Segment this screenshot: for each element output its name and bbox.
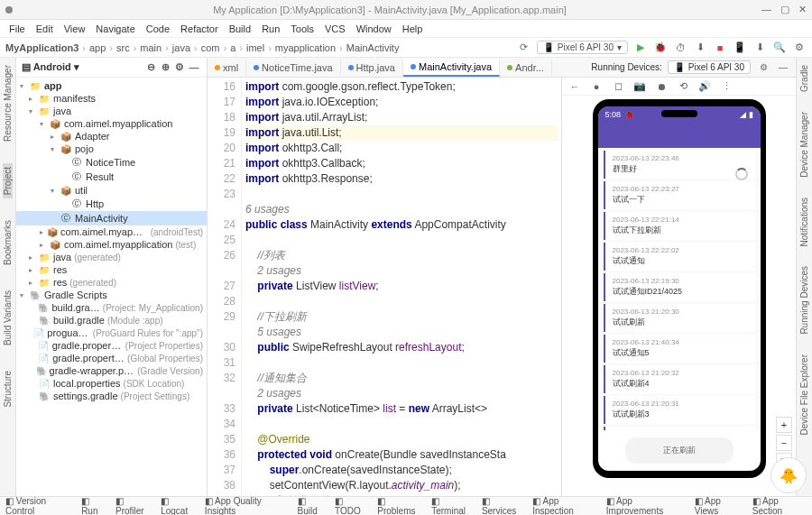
list-item[interactable]: 2023-06-13 22:23:27试试一下 <box>604 181 755 209</box>
breadcrumb-segment[interactable]: a <box>230 42 235 53</box>
breadcrumb-segment[interactable]: imel <box>246 42 264 53</box>
breadcrumb-segment[interactable]: app <box>89 42 106 53</box>
menu-vcs[interactable]: VCS <box>321 23 349 34</box>
tree-item[interactable]: 🐘gradle-wrapper.properties(Gradle Versio… <box>16 364 207 377</box>
device-selector[interactable]: 📱 Pixel 6 API 30 ▾ <box>537 41 628 54</box>
minimize-button[interactable]: — <box>761 4 771 15</box>
tree-item[interactable]: ▾📦com.aimel.myapplication <box>16 117 207 130</box>
tool-version-control[interactable]: ◧ Version Control <box>5 496 72 515</box>
tree-item[interactable]: ▸📦com.aimel.myapplication(test) <box>16 238 207 251</box>
code-content[interactable]: import com.google.gson.reflect.TypeToken… <box>242 78 561 496</box>
tree-item[interactable]: ▾📦pojo <box>16 143 207 155</box>
breadcrumb-segment[interactable]: myapplication <box>275 42 336 53</box>
menu-tools[interactable]: Tools <box>287 23 318 34</box>
sdk-icon[interactable]: ⬇ <box>752 41 767 55</box>
code-line[interactable]: import okhttp3.Call; <box>245 141 558 156</box>
code-line[interactable]: import okhttp3.Response; <box>245 171 558 187</box>
code-line[interactable]: protected void onCreate(Bundle savedInst… <box>245 447 558 463</box>
code-line[interactable]: 5 usages <box>245 325 558 340</box>
list-item[interactable]: 2023-06-13 21:20:28试试通知7 <box>604 427 755 430</box>
search-icon[interactable]: 🔍 <box>772 41 787 55</box>
tree-item[interactable]: ▸📦com.aimel.myapplication(androidTest) <box>16 225 207 238</box>
tree-item[interactable]: ⒸMainActivity <box>16 211 207 225</box>
tool-app-quality-insights[interactable]: ◧ App Quality Insights <box>205 496 289 515</box>
list-item[interactable]: 2023-06-13 21:20:30试试刷新 <box>604 304 755 332</box>
tool-terminal[interactable]: ◧ Terminal <box>431 496 473 515</box>
code-line[interactable]: 2 usages <box>245 263 558 279</box>
tree-item[interactable]: ▸📁java(generated) <box>16 251 207 263</box>
sync-icon[interactable]: ⟳ <box>517 41 531 55</box>
code-line[interactable]: import java.io.IOException; <box>245 95 558 110</box>
tree-item[interactable]: 📄gradle.properties(Project Properties) <box>16 339 207 352</box>
list-item[interactable]: 2023-06-13 21:20:31试试刷新3 <box>604 396 755 424</box>
back-icon[interactable]: ← <box>567 79 582 94</box>
panel-settings-icon[interactable]: ⚙ <box>172 60 187 75</box>
code-line[interactable]: 6 usages <box>245 202 558 217</box>
tool-device-file-explorer[interactable]: Device File Explorer <box>799 351 809 438</box>
tool-project[interactable]: Project <box>3 163 13 198</box>
menu-file[interactable]: File <box>5 23 29 34</box>
tool-app-inspection[interactable]: ◧ App Inspection <box>532 496 597 515</box>
list-item[interactable]: 2023-06-13 21:20:32试试刷新4 <box>604 365 755 393</box>
tool-profiler[interactable]: ◧ Profiler <box>115 496 152 515</box>
tool-logcat[interactable]: ◧ Logcat <box>161 496 196 515</box>
code-line[interactable]: 2 usages <box>245 386 558 401</box>
tool-app-improvements[interactable]: ◧ App Improvements <box>606 496 686 515</box>
breadcrumb-segment[interactable]: src <box>116 42 130 53</box>
code-line[interactable]: super.onCreate(savedInstanceState); <box>245 463 558 478</box>
code-line[interactable]: @Override <box>245 432 558 447</box>
breadcrumb-segment[interactable]: MyApplication3 <box>5 42 78 53</box>
editor-tab[interactable]: xml <box>208 60 246 76</box>
editor-tab[interactable]: MainActivity.java <box>403 59 500 77</box>
tree-item[interactable]: ⒸHttp <box>16 197 207 211</box>
menu-navigate[interactable]: Navigate <box>92 23 138 34</box>
breadcrumb-segment[interactable]: java <box>172 42 190 53</box>
tool-notifications[interactable]: Notifications <box>799 194 809 250</box>
assistant-mascot-icon[interactable]: 🐥 <box>770 457 807 493</box>
code-line[interactable] <box>245 355 558 371</box>
tree-item[interactable]: ⒸNoticeTime <box>16 155 207 170</box>
profile-icon[interactable]: ⏱ <box>673 41 687 55</box>
tree-item[interactable]: 🐘build.gradle(Module :app) <box>16 314 207 326</box>
tab-settings-icon[interactable]: ⚙ <box>756 60 770 75</box>
tree-item[interactable]: ▾📁java <box>16 105 207 117</box>
code-editor[interactable]: 1617181920212223242526272829303132333435… <box>208 78 561 496</box>
tree-item[interactable]: ▸📁manifests <box>16 92 207 105</box>
tool-app-views[interactable]: ◧ App Views <box>695 496 743 515</box>
tree-item[interactable]: 📄local.properties(SDK Location) <box>16 377 207 390</box>
debug-icon[interactable]: 🐞 <box>653 41 668 55</box>
avd-icon[interactable]: 📱 <box>733 41 747 55</box>
emulator-view[interactable]: 5:08 🐞 ◢▮ 2023-06-13 22:23:46群里好2023-06-… <box>562 96 796 496</box>
tool-services[interactable]: ◧ Services <box>482 496 523 515</box>
tool-todo[interactable]: ◧ TODO <box>335 496 368 515</box>
code-line[interactable]: private List<NoticeTime> list = new Arra… <box>245 401 558 417</box>
maximize-button[interactable]: ▢ <box>780 4 789 15</box>
screenshot-icon[interactable]: 📷 <box>632 79 647 94</box>
code-line[interactable]: //通知集合 <box>245 371 558 386</box>
tree-item[interactable]: ▸📦Adapter <box>16 130 207 143</box>
menu-code[interactable]: Code <box>143 23 173 34</box>
tree-item[interactable]: ▾📦util <box>16 184 207 197</box>
notice-list[interactable]: 2023-06-13 22:23:46群里好2023-06-13 22:23:2… <box>598 148 761 430</box>
tool-build[interactable]: ◧ Build <box>298 496 326 515</box>
tool-gradle[interactable]: Gradle <box>799 61 809 96</box>
attach-icon[interactable]: ⬇ <box>693 41 707 55</box>
tree-item[interactable]: ▸📁res <box>16 263 207 276</box>
project-tree[interactable]: ▾📁app▸📁manifests▾📁java▾📦com.aimel.myappl… <box>16 78 207 496</box>
code-line[interactable]: private ListView listView; <box>245 279 558 294</box>
panel-mode[interactable]: ▤ Android ▾ <box>22 61 79 73</box>
list-item[interactable]: 2023-06-13 21:40:34试试通知5 <box>604 335 755 363</box>
code-line[interactable]: setContentView(R.layout.activity_main); <box>245 478 558 493</box>
zoom-out-button[interactable]: − <box>776 435 792 451</box>
code-line[interactable]: //列表 <box>245 248 558 263</box>
tree-item[interactable]: 📄proguard-rules.pro(ProGuard Rules for "… <box>16 326 207 339</box>
code-line[interactable] <box>245 294 558 309</box>
breadcrumb-segment[interactable]: main <box>140 42 161 53</box>
tree-item[interactable]: ⒸResult <box>16 170 207 184</box>
stop-icon[interactable]: ■ <box>713 41 727 55</box>
close-button[interactable]: ✕ <box>798 4 807 15</box>
menu-build[interactable]: Build <box>226 23 254 34</box>
running-device-dropdown[interactable]: 📱 Pixel 6 API 30 <box>668 60 751 74</box>
list-item[interactable]: 2023-06-13 22:19:30试试通知ID21/4025 <box>604 273 755 301</box>
overview-icon[interactable]: ◻ <box>611 79 625 94</box>
